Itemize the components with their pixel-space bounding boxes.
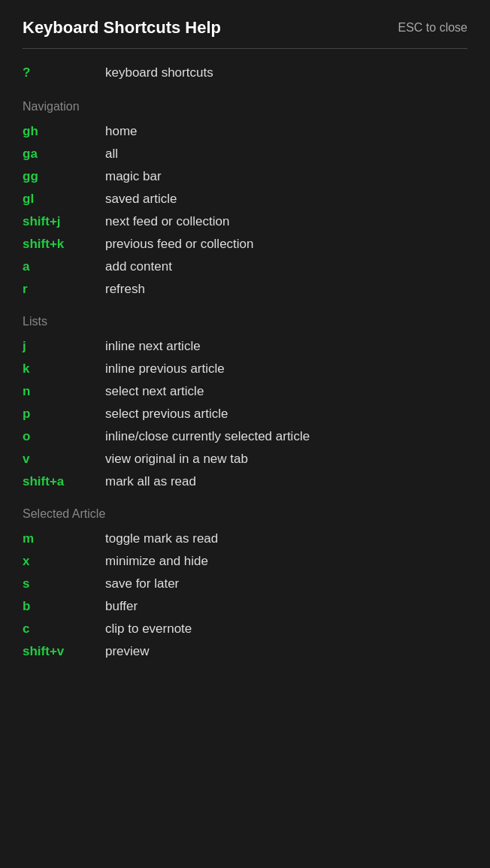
keyboard-shortcuts-panel: Keyboard Shortcuts Help ESC to close ? k… [0,0,490,707]
panel-title: Keyboard Shortcuts Help [23,18,221,38]
shortcut-desc-1-3: select previous article [105,407,228,422]
section-label-0: Navigation [23,100,467,113]
shortcut-desc-0-7: refresh [105,282,145,297]
shortcut-row-1-3: pselect previous article [23,407,467,422]
shortcut-key-1-4: o [23,429,105,444]
esc-hint: ESC to close [398,21,467,35]
shortcut-key-1-1: k [23,361,105,377]
shortcut-row-2-0: mtoggle mark as read [23,531,467,546]
shortcut-key-0-0: gh [23,124,105,139]
shortcut-row-0-0: ghhome [23,124,467,139]
shortcut-row-1-0: jinline next article [23,339,467,354]
shortcut-row-2-5: shift+vpreview [23,644,467,659]
shortcut-desc-2-1: minimize and hide [105,554,208,569]
shortcut-desc-2-4: clip to evernote [105,622,192,637]
shortcut-key-2-2: s [23,576,105,591]
shortcut-key-1-0: j [23,339,105,354]
shortcut-desc-0-4: next feed or collection [105,214,229,229]
section-label-2: Selected Article [23,507,467,521]
shortcut-key-0-5: shift+k [23,237,105,252]
shortcut-desc-1-4: inline/close currently selected article [105,429,310,444]
intro-key: ? [23,65,105,80]
shortcut-row-2-3: bbuffer [23,599,467,614]
shortcut-key-1-2: n [23,384,105,399]
shortcut-desc-1-0: inline next article [105,339,201,354]
shortcut-key-1-6: shift+a [23,474,105,489]
shortcut-key-0-7: r [23,282,105,297]
panel-header: Keyboard Shortcuts Help ESC to close [23,18,467,38]
shortcut-key-0-2: gg [23,169,105,184]
intro-desc: keyboard shortcuts [105,65,213,80]
shortcut-desc-0-5: previous feed or collection [105,237,254,252]
shortcut-desc-2-2: save for later [105,576,179,591]
shortcut-row-0-5: shift+kprevious feed or collection [23,237,467,252]
shortcut-row-0-3: glsaved article [23,192,467,207]
shortcut-key-0-1: ga [23,147,105,162]
shortcut-row-0-2: ggmagic bar [23,169,467,184]
shortcut-desc-1-6: mark all as read [105,474,196,489]
shortcut-desc-2-0: toggle mark as read [105,531,218,546]
section-1: Listsjinline next articlekinline previou… [23,315,467,489]
shortcut-row-0-1: gaall [23,147,467,162]
shortcut-key-0-3: gl [23,192,105,207]
shortcut-key-2-3: b [23,599,105,614]
shortcut-desc-1-1: inline previous article [105,361,225,377]
shortcut-desc-0-6: add content [105,259,172,274]
shortcut-key-2-0: m [23,531,105,546]
shortcut-row-0-4: shift+jnext feed or collection [23,214,467,229]
shortcut-desc-0-2: magic bar [105,169,162,184]
sections-container: Navigationghhomegaallggmagic barglsaved … [23,100,467,659]
shortcut-row-0-6: aadd content [23,259,467,274]
shortcut-row-1-2: nselect next article [23,384,467,399]
header-divider [23,48,467,49]
shortcut-row-2-1: xminimize and hide [23,554,467,569]
shortcut-row-2-4: cclip to evernote [23,622,467,637]
shortcut-key-2-5: shift+v [23,644,105,659]
shortcut-desc-2-3: buffer [105,599,138,614]
section-0: Navigationghhomegaallggmagic barglsaved … [23,100,467,297]
shortcut-key-1-3: p [23,407,105,422]
shortcut-key-2-4: c [23,622,105,637]
shortcut-row-1-5: vview original in a new tab [23,452,467,467]
shortcut-desc-2-5: preview [105,644,150,659]
section-label-1: Lists [23,315,467,328]
shortcut-desc-0-3: saved article [105,192,177,207]
section-2: Selected Articlemtoggle mark as readxmin… [23,507,467,659]
shortcut-key-0-4: shift+j [23,214,105,229]
shortcut-row-1-4: oinline/close currently selected article [23,429,467,444]
shortcut-key-0-6: a [23,259,105,274]
shortcut-row-1-6: shift+amark all as read [23,474,467,489]
shortcut-desc-0-1: all [105,147,118,162]
shortcut-row-0-7: rrefresh [23,282,467,297]
intro-row: ? keyboard shortcuts [23,65,467,80]
shortcut-desc-0-0: home [105,124,138,139]
shortcut-key-1-5: v [23,452,105,467]
shortcut-row-1-1: kinline previous article [23,361,467,377]
shortcut-row-2-2: ssave for later [23,576,467,591]
shortcut-key-2-1: x [23,554,105,569]
shortcut-desc-1-5: view original in a new tab [105,452,248,467]
shortcut-desc-1-2: select next article [105,384,204,399]
